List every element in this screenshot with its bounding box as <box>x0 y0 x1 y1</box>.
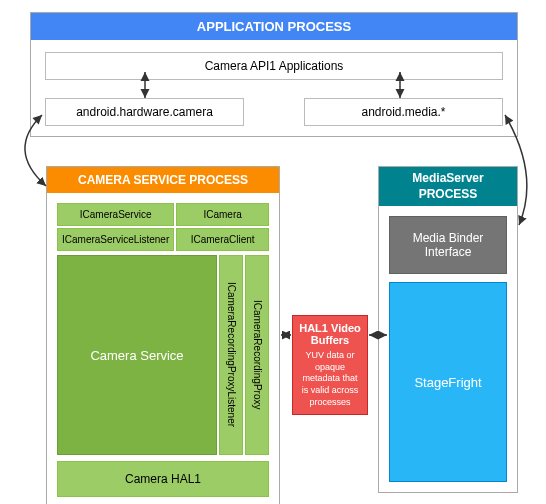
application-process-box: APPLICATION PROCESS Camera API1 Applicat… <box>30 12 518 137</box>
icamera-box: ICamera <box>176 203 269 226</box>
hal1-video-buffers-desc: YUV data or opaque metadata that is vali… <box>299 350 361 408</box>
stagefright-box: StageFright <box>389 282 507 482</box>
mediaserver-process-body: Media Binder Interface StageFright <box>379 206 517 492</box>
camera-hal1-box: Camera HAL1 <box>57 461 269 497</box>
icamerarecordingproxylistener-box: ICameraRecordingProxyListener <box>219 255 243 455</box>
camera-service-process-body: ICameraService ICamera ICameraServiceLis… <box>47 193 279 504</box>
camera-service-main-row: Camera Service ICameraRecordingProxyList… <box>57 255 269 455</box>
android-media-box: android.media.* <box>304 98 503 126</box>
icameraclient-box: ICameraClient <box>176 228 269 251</box>
android-hardware-camera-box: android.hardware.camera <box>45 98 244 126</box>
application-process-title: APPLICATION PROCESS <box>31 13 517 40</box>
mediaserver-process-box: MediaServer PROCESS Media Binder Interfa… <box>378 166 518 493</box>
icameraservicelistener-box: ICameraServiceListener <box>57 228 174 251</box>
icamerarecordingproxy-box: ICameraRecordingProxy <box>245 255 269 455</box>
camera-service-process-title: CAMERA SERVICE PROCESS <box>47 167 279 193</box>
camera-interface-grid: ICameraService ICamera ICameraServiceLis… <box>57 203 269 251</box>
camera-api1-applications-box: Camera API1 Applications <box>45 52 503 80</box>
mediaserver-process-title: MediaServer PROCESS <box>379 167 517 206</box>
camera-service-box: Camera Service <box>57 255 217 455</box>
camera-service-process-box: CAMERA SERVICE PROCESS ICameraService IC… <box>46 166 280 504</box>
icameraservice-box: ICameraService <box>57 203 174 226</box>
application-process-row: android.hardware.camera android.media.* <box>45 98 503 126</box>
diagram-container: APPLICATION PROCESS Camera API1 Applicat… <box>0 0 546 504</box>
application-process-body: Camera API1 Applications android.hardwar… <box>31 40 517 136</box>
hal1-video-buffers-box: HAL1 Video Buffers YUV data or opaque me… <box>292 315 368 415</box>
hal1-video-buffers-title: HAL1 Video Buffers <box>299 322 361 346</box>
media-binder-interface-box: Media Binder Interface <box>389 216 507 274</box>
